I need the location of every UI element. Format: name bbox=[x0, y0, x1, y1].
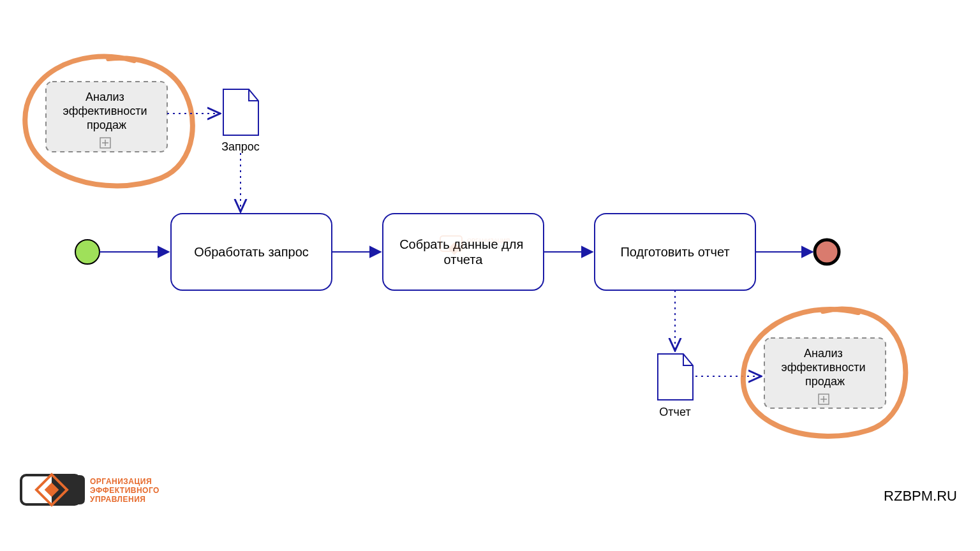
task-label: Обработать запрос bbox=[194, 245, 309, 259]
data-object-label: Отчет bbox=[659, 406, 690, 418]
end-event bbox=[815, 240, 839, 264]
task-label: Подготовить отчет bbox=[620, 245, 729, 259]
task-process-request: Обработать запрос bbox=[171, 214, 332, 290]
task-collect-data: Собрать данные для отчета bbox=[383, 214, 544, 290]
data-object-label: Запрос bbox=[221, 140, 260, 153]
svg-point-11 bbox=[815, 240, 839, 264]
start-event bbox=[75, 240, 100, 264]
subprocess-analysis-2: Анализ эффективности продаж bbox=[764, 338, 886, 408]
bpmn-diagram: Анализ эффективности продаж Запрос Обраб… bbox=[0, 0, 980, 551]
logo: ОРГАНИЗАЦИЯ ЭФФЕКТИВНОГО УПРАВЛЕНИЯ bbox=[21, 474, 162, 505]
task-prepare-report: Подготовить отчет bbox=[595, 214, 755, 290]
data-object-request: Запрос bbox=[221, 89, 260, 153]
svg-text:ОРГАНИЗАЦИЯ: ОРГАНИЗАЦИЯ bbox=[467, 237, 510, 244]
svg-rect-5 bbox=[383, 214, 544, 290]
svg-text:УПРАВЛЕНИЯ: УПРАВЛЕНИЯ bbox=[467, 244, 506, 250]
subprocess-analysis-1: Анализ эффективности продаж bbox=[46, 82, 167, 152]
logo-text: ОРГАНИЗАЦИЯ ЭФФЕКТИВНОГО УПРАВЛЕНИЯ bbox=[90, 477, 162, 504]
data-object-report: Отчет bbox=[658, 354, 693, 418]
site-label: RZBPM.RU bbox=[884, 488, 957, 504]
